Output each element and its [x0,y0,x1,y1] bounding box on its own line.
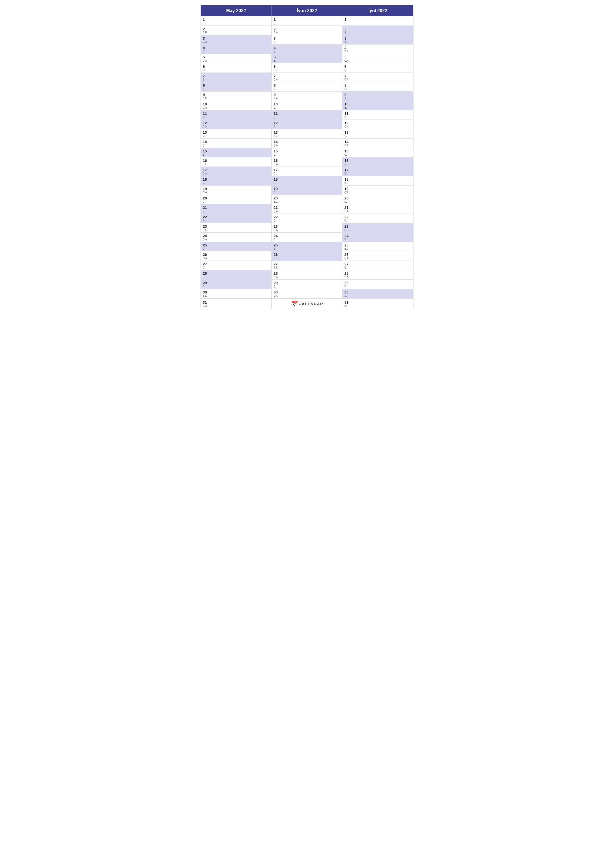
day-number: 11 [274,112,340,116]
day-number: 19 [203,186,269,191]
day-abbreviation: Ç. [203,181,269,184]
day-cell: 14Ç.A [272,139,342,148]
day-cell: 17Ç.A [201,167,272,176]
day-number: 27 [344,262,411,266]
day-number: 2 [344,27,411,31]
day-cell: 15B. [201,148,272,157]
footer-may: 31 Ç.A [201,299,272,309]
month-header-iyun: İyun 2022 [272,5,342,16]
day-number: 11 [203,112,269,116]
day-abbreviation: B. [344,40,411,43]
day-cell: 16Ş. [342,157,413,167]
day-number: 29 [274,281,340,285]
day-abbreviation: Ç. [203,248,269,250]
day-abbreviation: C. [274,40,340,43]
day-number: 22 [274,215,340,219]
day-number: 12 [274,121,340,125]
day-abbreviation: C. [274,172,340,175]
day-cell: 11Ş. [272,110,342,120]
day-number: 30 [203,290,269,294]
day-cell: 10B. [342,101,413,110]
day-abbreviation: B.E [203,229,269,231]
day-cell: 16B.E [201,157,272,167]
day-abbreviation: C. [274,238,340,241]
day-cell: 22B. [201,214,272,223]
day-number: 15 [274,149,340,153]
day-abbreviation: C. [203,135,269,137]
day-cell: 25B.E [342,242,413,251]
month-header-iyul: İyul 2022 [342,5,413,16]
day-abbreviation: B. [344,106,411,109]
day-cell: 20B.E [272,195,342,205]
day-number: 4 [274,45,340,50]
day-cell: 8C. [342,82,413,91]
day-cell: 2Ş. [342,26,413,35]
day-cell: 28C.A [342,270,413,280]
day-number: 8 [274,83,340,87]
day-cell: 1Ç. [272,16,342,26]
day-cell: 29C. [342,280,413,289]
days-grid: 1B.1Ç.1C.2B.E2C.A2Ş.3Ç.A3C.3B.4Ç.4Ş.4B.E… [201,16,413,298]
day-number: 16 [274,158,340,163]
day-cell: 28Ş. [201,270,272,280]
day-cell: 4Ç. [201,45,272,54]
day-number: 28 [203,271,269,275]
day-cell: 20C. [201,195,272,205]
day-cell: 22Ç. [272,214,342,223]
calendar-logo-text: CALENDAR [298,302,323,306]
day-number: 13 [344,130,411,134]
month-title-iyun: İyun 2022 [297,8,317,13]
month-title-iyul: İyul 2022 [368,8,387,13]
day-abbreviation: C.A [203,59,269,62]
day-number: 6 [203,64,269,68]
footer-iyul: 31 B. [342,299,413,309]
day-number: 3 [203,36,269,40]
day-cell: 16C.A [272,157,342,167]
day-number: 22 [203,215,269,219]
day-abbreviation: Ş. [344,229,411,231]
day-number: 11 [344,112,411,116]
day-number: 25 [203,243,269,247]
day-number: 30 [274,290,340,294]
day-number: 24 [344,234,411,238]
day-number: 27 [203,262,269,266]
day-number: 20 [344,196,411,200]
day-abbreviation: Ç.A [344,191,411,194]
day-cell: 11B.E [342,110,413,120]
day-number: 4 [344,45,411,50]
day-number: 30 [344,290,411,294]
day-number: 17 [344,168,411,172]
day-number: 13 [274,130,340,134]
day-number: 24 [203,234,269,238]
day-cell: 29B. [201,280,272,289]
day-abbreviation: B. [203,88,269,90]
day-abbreviation: Ç. [344,200,411,203]
day-number: 17 [203,168,269,172]
day-cell: 26C.A [201,251,272,261]
day-abbreviation: B.E [203,31,269,34]
day-abbreviation: Ç. [203,116,269,119]
day-number: 5 [274,55,340,59]
day-abbreviation: C. [203,200,269,203]
day-cell: 14C.A [342,139,413,148]
month-title-may: May 2022 [226,8,246,13]
day-cell: 21Ç.A [272,205,342,214]
day-abbreviation: C. [344,219,411,222]
day-number: 5 [203,55,269,59]
day-number: 28 [274,271,340,275]
day-cell: 15Ç. [272,148,342,157]
day-cell: 22C. [342,214,413,223]
day-number: 21 [274,205,340,209]
month-header-may: May 2022 [201,5,272,16]
day-cell: 12Ç.A [342,120,413,129]
day-abbreviation: Ç. [344,266,411,269]
day-abbreviation: B.E [203,163,269,166]
day-abbreviation: Ç.A [274,144,340,147]
day-abbreviation: B. [203,22,269,25]
day-abbreviation: Ş. [274,50,340,53]
day-cell: 2B.E [201,26,272,35]
day-abbreviation: C.A [274,31,340,34]
day-cell: 24Ç.A [201,232,272,242]
day-cell: 5C.A [201,54,272,64]
day-cell: 30B.E [201,289,272,298]
